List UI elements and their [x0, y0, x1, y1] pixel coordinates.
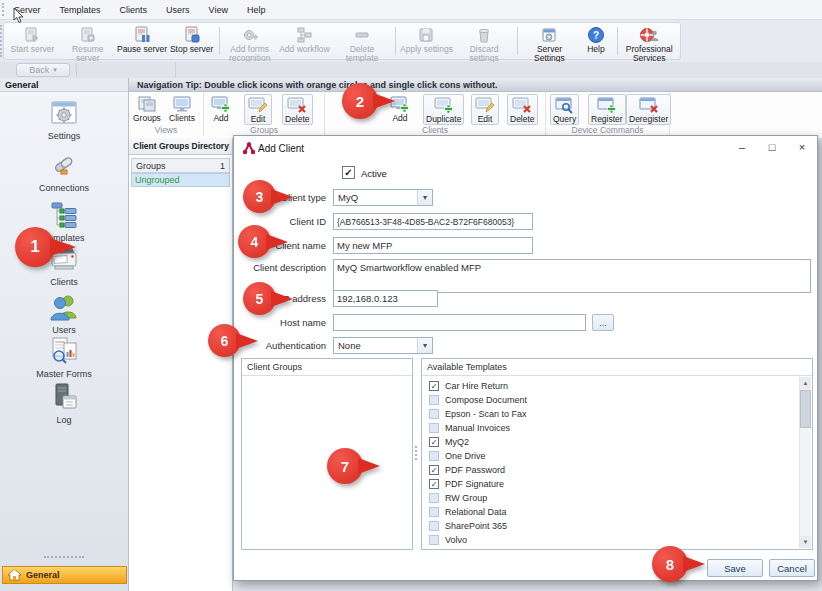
menu-templates[interactable]: Templates [58, 3, 103, 17]
active-checkbox[interactable]: ✓ [342, 166, 355, 179]
template-item[interactable]: ✓ RW Group [423, 491, 798, 505]
discard-settings-button[interactable]: Discard settings [454, 24, 513, 58]
start-server-label: Start server [10, 45, 54, 54]
menu-users[interactable]: Users [164, 3, 192, 17]
ribbon-caption-groups: Groups [204, 125, 324, 135]
sidebar-item-log[interactable]: Log [0, 380, 128, 425]
template-checkbox[interactable]: ✓ [429, 479, 439, 489]
sidebar-footer-general[interactable]: General [2, 566, 127, 584]
template-item[interactable]: ✓ Epson - Scan to Fax [423, 407, 798, 421]
resume-server-button[interactable]: Resume server [59, 24, 117, 58]
sidebar-item-users[interactable]: Users [0, 290, 128, 335]
scroll-up-icon[interactable]: ▲ [800, 377, 811, 389]
template-checkbox[interactable]: ✓ [429, 507, 439, 517]
template-item[interactable]: ✓ SharePoint 365 [423, 519, 798, 533]
template-item[interactable]: ✓ MyQ2 [423, 435, 798, 449]
pause-server-button[interactable]: Pause server [116, 24, 167, 58]
client-edit-button[interactable]: Edit [471, 94, 499, 125]
sidebar-item-master-forms[interactable]: Master Forms [0, 334, 128, 379]
template-checkbox[interactable]: ✓ [429, 409, 439, 419]
template-checkbox[interactable]: ✓ [429, 423, 439, 433]
template-checkbox[interactable]: ✓ [429, 465, 439, 475]
delete-icon [511, 95, 533, 115]
minimize-button[interactable]: – [730, 138, 754, 156]
template-checkbox[interactable]: ✓ [429, 521, 439, 531]
auth-method-select[interactable]: None ▾ [333, 337, 433, 354]
server-settings-button[interactable]: Server Settings [521, 24, 579, 58]
delete-template-icon [352, 26, 372, 44]
sidebar-item-settings[interactable]: Settings [0, 96, 128, 141]
group-edit-label: Edit [251, 115, 266, 124]
groups-view-button[interactable]: Groups [133, 94, 161, 123]
client-id-field[interactable] [333, 213, 533, 230]
register-button[interactable]: Register [588, 94, 626, 125]
template-item[interactable]: ✓ Relational Data [423, 505, 798, 519]
maximize-button[interactable]: □ [760, 138, 784, 156]
help-button[interactable]: ? Help [578, 24, 613, 58]
separator [76, 63, 77, 76]
annotation-pin-7: 7 [327, 448, 363, 484]
sidebar-item-connections[interactable]: Connections [0, 148, 128, 193]
panel-splitter[interactable] [415, 446, 417, 460]
toolbar-grip [2, 3, 5, 16]
template-checkbox[interactable]: ✓ [429, 451, 439, 461]
group-add-button[interactable]: Add [210, 94, 232, 123]
ip-address-field[interactable] [333, 290, 438, 307]
template-checkbox[interactable]: ✓ [429, 493, 439, 503]
professional-services-button[interactable]: Professional Services [620, 24, 678, 58]
apply-settings-button[interactable]: Apply settings [399, 24, 455, 58]
toolbar-panel: Start server Resume server Pause server … [3, 22, 681, 60]
scroll-down-icon[interactable]: ▼ [800, 536, 811, 548]
client-name-field[interactable] [333, 237, 533, 254]
add-workflow-button[interactable]: Add workflow [277, 24, 333, 58]
query-button[interactable]: Query [550, 94, 579, 125]
template-item[interactable]: ✓ PDF Signature [423, 477, 798, 491]
save-button[interactable]: Save [707, 559, 763, 577]
template-checkbox[interactable]: ✓ [429, 395, 439, 405]
cancel-button[interactable]: Cancel [769, 559, 815, 577]
client-type-select[interactable]: MyQ ▾ [333, 189, 433, 206]
template-item[interactable]: ✓ Volvo [423, 533, 798, 547]
template-item[interactable]: ✓ PDF Password [423, 463, 798, 477]
template-checkbox[interactable]: ✓ [429, 381, 439, 391]
menu-view[interactable]: View [207, 3, 230, 17]
sidebar-item-label: Master Forms [36, 369, 92, 379]
add-forms-recognition-button[interactable]: Add forms recognition [223, 24, 277, 58]
stop-server-button[interactable]: Stop server [168, 24, 216, 58]
pause-server-label: Pause server [117, 45, 167, 54]
client-description-field[interactable]: MyQ Smartworkflow enabled MFP [333, 259, 811, 293]
client-delete-button[interactable]: Delete [507, 94, 538, 125]
mouse-cursor [13, 8, 25, 24]
home-icon [8, 569, 21, 581]
clients-view-button[interactable]: Clients [169, 94, 195, 123]
menu-clients[interactable]: Clients [118, 3, 150, 17]
template-checkbox[interactable]: ✓ [429, 535, 439, 545]
close-button[interactable]: × [790, 138, 814, 156]
directory-groups-header[interactable]: Groups 1 [131, 158, 230, 173]
host-name-browse-button[interactable]: ... [592, 314, 614, 331]
delete-template-button[interactable]: Delete template [332, 24, 391, 58]
pause-server-icon [132, 26, 152, 44]
back-button[interactable]: Back ▾ [16, 63, 70, 77]
template-item[interactable]: ✓ Manual Invoices [423, 421, 798, 435]
group-edit-button[interactable]: Edit [244, 94, 272, 125]
navigation-tip-bar: Navigation Tip: Double click icons with … [129, 78, 822, 92]
deregister-button[interactable]: Deregister [626, 94, 671, 125]
templates-scrollbar[interactable]: ▲ ▼ [799, 377, 811, 548]
start-server-button[interactable]: Start server [6, 24, 59, 58]
ribbon-group-groups: Add Edit Delete Groups [204, 92, 325, 136]
scrollbar-thumb[interactable] [800, 390, 811, 428]
sidebar-resize-handle[interactable] [44, 556, 84, 559]
menu-help[interactable]: Help [245, 3, 268, 17]
host-name-label: Host name [234, 314, 330, 331]
host-name-field[interactable] [333, 314, 586, 331]
client-duplicate-button[interactable]: Duplicate [423, 94, 464, 125]
template-item[interactable]: ✓ Car Hire Return [423, 379, 798, 393]
group-delete-button[interactable]: Delete [282, 94, 313, 125]
template-item[interactable]: ✓ Compose Document [423, 393, 798, 407]
client-groups-directory-panel: Client Groups Directory Groups 1 Ungroup… [129, 138, 233, 591]
query-icon [554, 95, 576, 115]
template-item[interactable]: ✓ One Drive [423, 449, 798, 463]
list-item-ungrouped[interactable]: Ungrouped [131, 173, 230, 187]
template-checkbox[interactable]: ✓ [429, 437, 439, 447]
